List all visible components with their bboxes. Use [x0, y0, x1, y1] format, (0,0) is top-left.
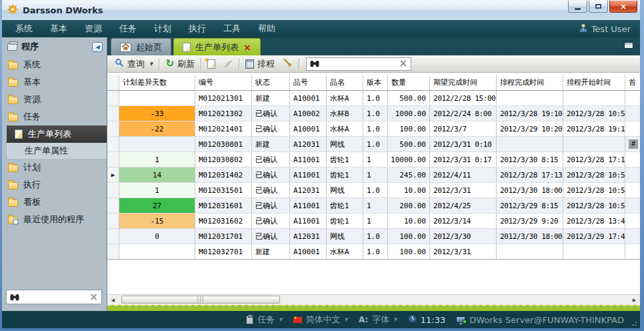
table-cell[interactable]: 2012/2/24 8:00	[430, 106, 497, 121]
table-cell[interactable]: 245.00	[388, 168, 430, 182]
table-cell[interactable]: M012021401	[195, 121, 252, 136]
table-cell[interactable]: 1	[363, 198, 388, 213]
table-cell[interactable]: 100.00	[388, 244, 430, 259]
row-selector[interactable]	[107, 244, 119, 259]
table-cell[interactable]: 2012/3/28 10:52	[563, 198, 625, 213]
menu-item[interactable]: 系统	[15, 23, 33, 35]
sidebar-item[interactable]: 资源	[2, 91, 107, 108]
table-cell[interactable]: A10001	[290, 244, 327, 259]
table-cell[interactable]: 2012/3/28 13:40	[563, 214, 625, 228]
table-cell[interactable]: 1	[363, 152, 388, 167]
table-cell[interactable]: 2012/3/30 8:15	[497, 152, 563, 167]
sidebar-item[interactable]: 看板	[2, 194, 107, 211]
table-cell[interactable]: 2012/3/31 0:17	[430, 152, 497, 167]
diff-days-cell[interactable]	[119, 244, 195, 259]
table-cell[interactable]: 1000.00	[388, 106, 430, 121]
clear-search-icon[interactable]: ×	[399, 59, 407, 69]
table-cell[interactable]: 1.0	[363, 91, 388, 105]
toolbar-search-input[interactable]	[323, 59, 395, 69]
column-header[interactable]: 品名	[327, 75, 363, 90]
table-cell[interactable]: 齿轮1	[327, 152, 363, 167]
table-cell[interactable]: 已确认	[252, 121, 290, 136]
table-cell[interactable]: M012031402	[195, 168, 252, 182]
close-window-button[interactable]: ×	[609, 1, 637, 13]
diff-days-cell[interactable]: 14	[119, 168, 195, 182]
scrollbar-thumb[interactable]: |||	[121, 296, 280, 304]
sidebar-item[interactable]: 任务	[2, 108, 107, 125]
table-cell[interactable]: A10002	[290, 106, 327, 121]
table-cell[interactable]: 2012/3/28 17:13	[563, 152, 625, 167]
table-row[interactable]: 1M012031501已确认A12031网线1.010.002012/3/312…	[107, 183, 640, 198]
table-cell[interactable]: 2012/3/30	[430, 229, 497, 244]
table-cell[interactable]: 2012/4/25	[430, 198, 497, 213]
sidebar-item[interactable]: 计划	[2, 159, 107, 176]
new-button[interactable]: *	[205, 58, 217, 70]
row-selector[interactable]	[107, 121, 119, 136]
table-cell[interactable]: 10000.00	[388, 152, 430, 167]
table-row[interactable]: M012021301新建A10001水杯A1.0500.002012/2/28 …	[107, 91, 640, 106]
table-cell[interactable]: 2012/4/11	[430, 168, 497, 182]
diff-days-cell[interactable]: 1	[119, 152, 195, 167]
column-header[interactable]: 数量	[388, 75, 430, 90]
table-cell[interactable]: A11001	[290, 152, 327, 167]
table-cell[interactable]: 1.0	[363, 121, 388, 136]
row-selector[interactable]	[107, 137, 119, 151]
table-cell[interactable]: 1.0	[363, 183, 388, 198]
table-cell[interactable]: 水杯A	[327, 91, 363, 105]
edit-button[interactable]	[221, 61, 235, 66]
task-menu[interactable]: 任务 ▼	[246, 314, 282, 326]
scroll-left-icon[interactable]: ◀	[107, 295, 119, 305]
sidebar-search-input[interactable]	[23, 292, 86, 302]
menu-item[interactable]: 计划	[154, 23, 171, 35]
table-cell[interactable]: 新建	[252, 137, 290, 151]
table-row[interactable]: 27M012031601已确认A11001齿轮11200.002012/4/25…	[107, 198, 640, 214]
table-cell[interactable]: A12031	[290, 229, 327, 244]
table-cell[interactable]: 2012/3/28 17:13	[497, 168, 563, 182]
diff-days-cell[interactable]: 0	[119, 229, 195, 244]
row-selector[interactable]	[107, 106, 119, 121]
table-cell[interactable]: 1.0	[363, 244, 388, 259]
sidebar-item[interactable]: 系统	[2, 56, 107, 73]
table-row[interactable]: M012032701新建A10001水杯A1.0100.002012/3/31	[107, 244, 640, 260]
row-selector[interactable]: ▶	[107, 168, 119, 182]
table-cell[interactable]: 2012/3/31	[430, 244, 497, 259]
table-cell[interactable]: 500.00	[388, 137, 430, 151]
table-cell[interactable]: 1.0	[363, 106, 388, 121]
table-cell[interactable]: 已确认	[252, 168, 290, 182]
scroll-right-icon[interactable]: ▶	[629, 295, 640, 305]
table-cell[interactable]: 齿轮1	[327, 198, 363, 213]
tab-production-order-list[interactable]: 生产单列表 ×	[173, 38, 261, 55]
table-cell[interactable]: 网线	[327, 183, 363, 198]
table-cell[interactable]: 2012/3/30 18:00	[497, 229, 563, 244]
table-cell[interactable]: A11001	[290, 214, 327, 228]
table-row[interactable]: -15M012031602已确认A11001齿轮1110.002012/3/14…	[107, 214, 640, 229]
table-cell[interactable]: M012031602	[195, 214, 252, 228]
font-menu[interactable]: A: 字体 ▼	[359, 314, 397, 326]
diff-days-cell[interactable]: -15	[119, 214, 195, 228]
column-header[interactable]: 首	[625, 75, 640, 90]
window-list-icon[interactable]	[624, 42, 633, 49]
table-cell[interactable]: 2012/3/29 9:20	[497, 214, 563, 228]
table-cell[interactable]: 2012/3/7	[430, 121, 497, 136]
diff-days-cell[interactable]	[119, 91, 195, 105]
menu-item[interactable]: 帮助	[258, 23, 275, 35]
table-cell[interactable]: 水杯B	[327, 106, 363, 121]
table-cell[interactable]: 2012/3/31	[430, 183, 497, 198]
column-header[interactable]: 排程完成时间	[497, 75, 563, 90]
diff-days-cell[interactable]	[119, 137, 195, 151]
scrollbar-track[interactable]: |||	[119, 295, 629, 305]
table-row[interactable]: -22M012021401已确认A10001水杯A1.0100.002012/3…	[107, 121, 640, 137]
refresh-button[interactable]: ↻ 刷新	[163, 57, 197, 71]
table-cell[interactable]: 已确认	[252, 152, 290, 167]
table-cell[interactable]: 已确认	[252, 198, 290, 213]
table-row[interactable]: ▶14M012031402已确认A11001齿轮11245.002012/4/1…	[107, 168, 640, 183]
table-row[interactable]: 0M012031701已确认A12031网线1.0100.002012/3/30…	[107, 229, 640, 244]
table-cell[interactable]: 10.00	[388, 214, 430, 228]
row-selector[interactable]	[107, 229, 119, 244]
schedule-button[interactable]: 排程	[243, 57, 277, 71]
column-header[interactable]: 期望完成时间	[430, 75, 497, 90]
diff-days-cell[interactable]: -33	[119, 106, 195, 121]
table-cell[interactable]: A12031	[290, 137, 327, 151]
table-cell[interactable]: M012021301	[195, 91, 252, 105]
table-cell[interactable]: M012031501	[195, 183, 252, 198]
